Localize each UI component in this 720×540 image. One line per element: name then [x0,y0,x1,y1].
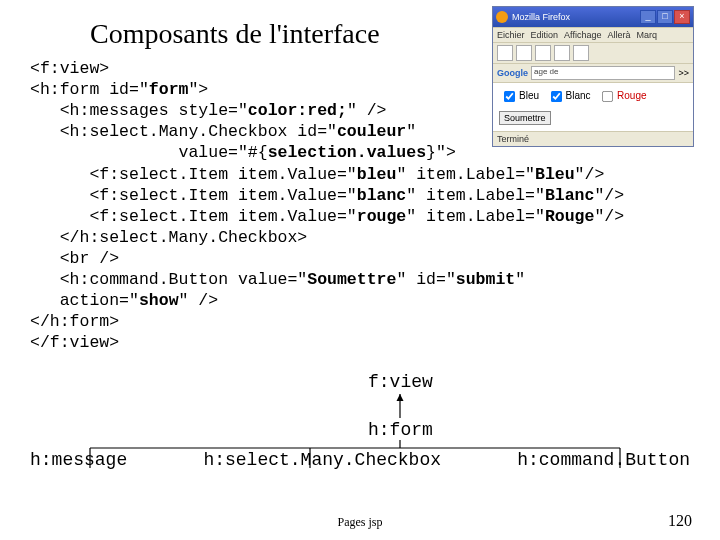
diagram-leaf-message: h:message [30,450,127,470]
menu-item[interactable]: Eichier [497,30,525,40]
checkbox-bleu[interactable]: Bleu [499,90,539,101]
reload-icon[interactable] [535,45,551,61]
browser-urlbar-row: Google age de >> [493,63,693,82]
menu-item[interactable]: Marq [636,30,657,40]
diagram-mid: h:form [368,420,433,440]
page-footer: Pages jsp [0,515,720,530]
browser-menubar: Eichier Edition Affichage Allerà Marq [493,27,693,42]
menu-item[interactable]: Allerà [607,30,630,40]
checkbox-blanc[interactable]: Blanc [546,90,591,101]
back-icon[interactable] [497,45,513,61]
browser-mock: Mozilla Firefox _ □ × Eichier Edition Af… [492,6,694,147]
page-number: 120 [668,512,692,530]
stop-icon[interactable] [554,45,570,61]
minimize-icon[interactable]: _ [640,10,656,24]
checkbox-input[interactable] [602,91,613,102]
google-brand: Google [497,68,528,78]
diagram-leaf-button: h:command.Button [517,450,690,470]
forward-icon[interactable] [516,45,532,61]
menu-item[interactable]: Edition [531,30,559,40]
browser-status: Terminé [493,131,693,146]
firefox-icon [496,11,508,23]
home-icon[interactable] [573,45,589,61]
browser-toolbar [493,42,693,63]
maximize-icon[interactable]: □ [657,10,673,24]
checkbox-input[interactable] [551,91,562,102]
window-controls: _ □ × [640,10,690,24]
submit-button[interactable]: Soumettre [499,111,551,125]
browser-titlebar: Mozilla Firefox _ □ × [493,7,693,27]
url-input[interactable]: age de [531,66,675,80]
checkbox-rouge[interactable]: Rouge [597,90,646,101]
tabs-chevron-icon[interactable]: >> [678,68,689,78]
diagram-root: f:view [368,372,433,392]
diagram-tree: h:message h:select.Many.Checkbox h:comma… [30,450,690,470]
close-icon[interactable]: × [674,10,690,24]
checkbox-input[interactable] [504,91,515,102]
browser-app-title: Mozilla Firefox [512,12,570,22]
browser-page: Bleu Blanc Rouge Soumettre [493,82,693,131]
menu-item[interactable]: Affichage [564,30,601,40]
diagram-leaf-checkbox: h:select.Many.Checkbox [203,450,441,470]
